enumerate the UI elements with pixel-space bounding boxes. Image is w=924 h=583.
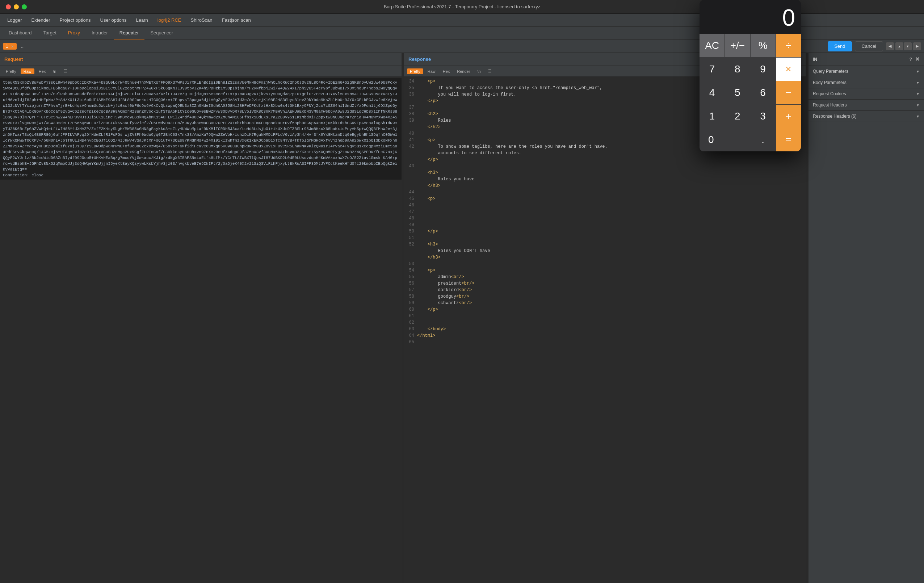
response-line: 45 <p> [404,195,805,202]
next-button[interactable]: ▶ [913,42,921,50]
response-line: Roles you have [404,176,805,183]
calc-equals[interactable]: = [776,128,801,151]
calc-add[interactable]: + [776,105,801,128]
req-format-raw[interactable]: Raw [21,68,35,74]
response-line: 52 <h3> [404,241,805,248]
response-line: 54 <p> [404,267,805,274]
menu-fastjson[interactable]: Fastjson scan [218,16,255,24]
res-format-hex[interactable]: Hex [440,68,453,74]
request-text[interactable]: t5euR5SxmbZvBuFWbPj3sQL9wn40pb6CcIDXMKa+… [0,78,401,180]
inspector-body-params[interactable]: Body Parameters ▼ [808,77,924,88]
prev-button[interactable]: ◀ [886,42,894,50]
calc-1[interactable]: 1 [700,105,724,128]
calc-sign[interactable]: +/− [725,34,750,57]
more-tabs[interactable]: ... [20,43,26,50]
res-format-newline[interactable]: \n [474,68,483,74]
calc-multiply[interactable]: × [776,58,801,81]
response-line: 47 [404,208,805,215]
close-inspector-icon[interactable]: ✕ [915,56,920,63]
res-format-pretty[interactable]: Pretty [407,68,423,74]
menu-shiroscan[interactable]: ShiroScan [186,16,217,24]
response-line: 59 schwartz<br/> [404,300,805,306]
tab-intruder[interactable]: Intruder [86,27,114,40]
menu-project-options[interactable]: Project options [55,16,95,24]
request-title: Request [4,56,23,62]
calc-6[interactable]: 6 [751,81,776,104]
tab-repeater[interactable]: Repeater [114,27,144,40]
response-line: 43 [404,163,805,170]
maximize-button[interactable] [22,4,27,10]
calc-divide[interactable]: ÷ [776,34,801,57]
tab-sequencer[interactable]: Sequencer [144,27,179,40]
calc-display: 0 [700,0,801,34]
calc-7[interactable]: 7 [700,58,724,81]
request-content: t5euR5SxmbZvBuFWbPj3sQL9wn40pb6CcIDXMKa+… [0,77,401,583]
res-format-raw[interactable]: Raw [425,68,439,74]
response-line: 53 [404,261,805,267]
inspector-response-headers[interactable]: Response Headers (6) ▼ [808,111,924,122]
menu-logger[interactable]: Logger [3,16,26,24]
response-headers-label: Response Headers (6) [813,114,856,119]
calc-4[interactable]: 4 [700,81,724,104]
help-icon[interactable]: ? [909,57,912,62]
inspector-header: IN ? ✕ [808,53,924,66]
calc-5[interactable]: 5 [725,81,750,104]
query-params-label: Query Parameters [813,69,848,74]
response-line: </p> [404,157,805,163]
response-line: 46 [404,202,805,208]
calc-ac[interactable]: AC [700,34,724,57]
response-line: </h3> [404,254,805,261]
req-format-newline[interactable]: \n [50,68,59,74]
response-line: 56 president<br/> [404,280,805,287]
calc-3[interactable]: 3 [751,105,776,128]
response-line: 65 [404,339,805,345]
repeater-tab-1[interactable]: 1 ✕ [3,43,16,50]
calc-display-value: 0 [782,4,795,31]
request-panel-header: Request [0,53,401,66]
menu-user-options[interactable]: User options [96,16,131,24]
response-line: 62 [404,319,805,326]
calc-percent[interactable]: % [751,34,776,57]
tab-target[interactable]: Target [38,27,62,40]
inspector-request-cookies[interactable]: Request Cookies ▼ [808,88,924,99]
window-controls[interactable] [6,4,27,10]
prev-arrow[interactable]: ▲ [895,42,903,50]
calc-9[interactable]: 9 [751,58,776,81]
menu-learn[interactable]: Learn [132,16,152,24]
cancel-button[interactable]: Cancel [855,41,883,51]
response-line: 61 [404,313,805,319]
next-arrow[interactable]: ▼ [904,42,912,50]
req-format-list[interactable]: ☰ [61,68,70,74]
send-button[interactable]: Send [828,41,851,51]
calc-decimal[interactable]: . [751,128,776,151]
close-button[interactable] [6,4,11,10]
response-line: 51 [404,235,805,241]
calculator: 0 AC +/− % ÷ 7 8 9 × 4 5 6 − 1 2 3 + 0 .… [700,0,801,151]
tab-proxy[interactable]: Proxy [62,27,86,40]
calc-subtract[interactable]: − [776,81,801,104]
chevron-icon: ▼ [916,81,920,85]
menu-log4j2[interactable]: log4j2 RCE [153,16,186,24]
response-line: </h3> [404,183,805,189]
response-line: 60 </p> [404,306,805,313]
response-line: 50 </p> [404,228,805,235]
nav-buttons: ◀ ▲ ▼ ▶ [886,42,921,50]
res-format-list[interactable]: ☰ [485,68,495,74]
minimize-button[interactable] [14,4,19,10]
tab-dashboard[interactable]: Dashboard [3,27,38,40]
chevron-icon: ▼ [916,114,920,119]
req-format-hex[interactable]: Hex [36,68,49,74]
req-format-pretty[interactable]: Pretty [3,68,19,74]
close-tab-icon[interactable]: ✕ [11,45,14,48]
inspector-query-params[interactable]: Query Parameters ▼ [808,66,924,77]
menu-extender[interactable]: Extender [27,16,54,24]
calc-8[interactable]: 8 [725,58,750,81]
calc-0[interactable]: 0 [700,128,750,151]
inspector-request-headers[interactable]: Request Headers ▼ [808,99,924,111]
chevron-icon: ▼ [916,92,920,96]
res-format-render[interactable]: Render [454,68,473,74]
inspector-panel: IN ? ✕ Query Parameters ▼ Body Parameter… [808,53,924,583]
inspector-title: IN [813,57,817,62]
response-line: 58 goodguy<br/> [404,293,805,300]
calc-2[interactable]: 2 [725,105,750,128]
